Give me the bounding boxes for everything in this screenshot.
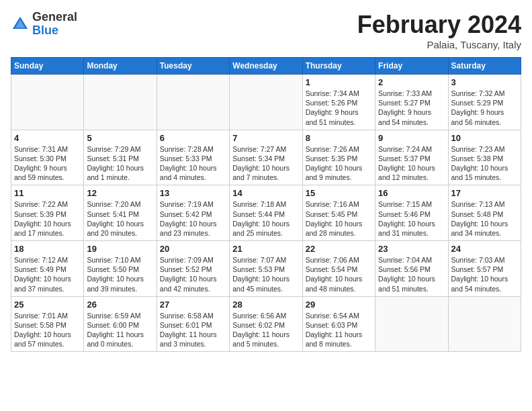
calendar-cell [230, 75, 302, 130]
day-info: Sunrise: 7:16 AM Sunset: 5:45 PM Dayligh… [306, 199, 372, 238]
calendar-cell: 12Sunrise: 7:20 AM Sunset: 5:41 PM Dayli… [84, 185, 157, 241]
day-info: Sunrise: 7:27 AM Sunset: 5:34 PM Dayligh… [232, 144, 299, 183]
day-number: 1 [306, 77, 372, 87]
calendar-cell: 9Sunrise: 7:24 AM Sunset: 5:37 PM Daylig… [375, 130, 448, 185]
header-cell-monday: Monday [84, 58, 157, 75]
location: Palaia, Tuscany, Italy [357, 39, 521, 50]
page-header: General Blue February 2024 Palaia, Tusca… [11, 11, 521, 50]
day-number: 7 [232, 133, 299, 143]
day-number: 11 [14, 188, 81, 198]
day-info: Sunrise: 7:18 AM Sunset: 5:44 PM Dayligh… [232, 199, 299, 238]
day-number: 18 [14, 244, 81, 254]
day-number: 6 [160, 133, 226, 143]
header-row: SundayMondayTuesdayWednesdayThursdayFrid… [11, 58, 521, 75]
day-number: 16 [378, 188, 445, 198]
day-info: Sunrise: 7:19 AM Sunset: 5:42 PM Dayligh… [160, 199, 226, 238]
calendar-cell: 15Sunrise: 7:16 AM Sunset: 5:45 PM Dayli… [302, 185, 375, 241]
calendar-body: 1Sunrise: 7:34 AM Sunset: 5:26 PM Daylig… [11, 75, 521, 352]
calendar-cell: 3Sunrise: 7:32 AM Sunset: 5:29 PM Daylig… [448, 75, 521, 130]
day-info: Sunrise: 7:34 AM Sunset: 5:26 PM Dayligh… [306, 89, 372, 127]
logo: General Blue [11, 11, 77, 38]
day-info: Sunrise: 7:24 AM Sunset: 5:37 PM Dayligh… [378, 144, 445, 183]
calendar-cell: 25Sunrise: 7:01 AM Sunset: 5:58 PM Dayli… [11, 296, 84, 352]
day-info: Sunrise: 7:12 AM Sunset: 5:49 PM Dayligh… [14, 255, 81, 293]
calendar-cell: 16Sunrise: 7:15 AM Sunset: 5:46 PM Dayli… [375, 185, 448, 241]
day-number: 14 [232, 188, 299, 198]
day-info: Sunrise: 7:28 AM Sunset: 5:33 PM Dayligh… [160, 144, 226, 183]
day-info: Sunrise: 7:06 AM Sunset: 5:54 PM Dayligh… [306, 255, 372, 293]
day-number: 28 [232, 300, 299, 310]
calendar-cell: 20Sunrise: 7:09 AM Sunset: 5:52 PM Dayli… [157, 241, 229, 297]
header-cell-thursday: Thursday [302, 58, 375, 75]
calendar-cell [375, 296, 448, 352]
day-info: Sunrise: 7:07 AM Sunset: 5:53 PM Dayligh… [232, 255, 299, 293]
day-info: Sunrise: 7:32 AM Sunset: 5:29 PM Dayligh… [451, 89, 518, 127]
calendar-cell: 17Sunrise: 7:13 AM Sunset: 5:48 PM Dayli… [448, 185, 521, 241]
header-cell-wednesday: Wednesday [230, 58, 302, 75]
header-cell-friday: Friday [375, 58, 448, 75]
day-number: 26 [87, 300, 153, 310]
calendar-cell: 2Sunrise: 7:33 AM Sunset: 5:27 PM Daylig… [375, 75, 448, 130]
calendar-row: 4Sunrise: 7:31 AM Sunset: 5:30 PM Daylig… [11, 130, 521, 185]
calendar-cell [448, 296, 521, 352]
day-info: Sunrise: 6:58 AM Sunset: 6:01 PM Dayligh… [160, 311, 226, 349]
calendar-row: 11Sunrise: 7:22 AM Sunset: 5:39 PM Dayli… [11, 185, 521, 241]
day-info: Sunrise: 7:04 AM Sunset: 5:56 PM Dayligh… [378, 255, 445, 293]
calendar-cell: 5Sunrise: 7:29 AM Sunset: 5:31 PM Daylig… [84, 130, 157, 185]
calendar-cell: 4Sunrise: 7:31 AM Sunset: 5:30 PM Daylig… [11, 130, 84, 185]
calendar-cell: 1Sunrise: 7:34 AM Sunset: 5:26 PM Daylig… [302, 75, 375, 130]
calendar-cell: 10Sunrise: 7:23 AM Sunset: 5:38 PM Dayli… [448, 130, 521, 185]
calendar-header: SundayMondayTuesdayWednesdayThursdayFrid… [11, 58, 521, 75]
day-number: 10 [451, 133, 518, 143]
day-number: 12 [87, 188, 153, 198]
calendar-cell: 6Sunrise: 7:28 AM Sunset: 5:33 PM Daylig… [157, 130, 229, 185]
calendar-cell: 29Sunrise: 6:54 AM Sunset: 6:03 PM Dayli… [302, 296, 375, 352]
day-number: 22 [306, 244, 372, 254]
calendar-row: 1Sunrise: 7:34 AM Sunset: 5:26 PM Daylig… [11, 75, 521, 130]
calendar-cell: 19Sunrise: 7:10 AM Sunset: 5:50 PM Dayli… [84, 241, 157, 297]
calendar-cell: 28Sunrise: 6:56 AM Sunset: 6:02 PM Dayli… [230, 296, 302, 352]
day-info: Sunrise: 6:54 AM Sunset: 6:03 PM Dayligh… [306, 311, 372, 349]
day-number: 13 [160, 188, 226, 198]
calendar-cell: 24Sunrise: 7:03 AM Sunset: 5:57 PM Dayli… [448, 241, 521, 297]
day-number: 24 [451, 244, 518, 254]
day-number: 17 [451, 188, 518, 198]
header-cell-saturday: Saturday [448, 58, 521, 75]
calendar-cell: 26Sunrise: 6:59 AM Sunset: 6:00 PM Dayli… [84, 296, 157, 352]
calendar-row: 18Sunrise: 7:12 AM Sunset: 5:49 PM Dayli… [11, 241, 521, 297]
calendar-cell: 22Sunrise: 7:06 AM Sunset: 5:54 PM Dayli… [302, 241, 375, 297]
day-info: Sunrise: 7:13 AM Sunset: 5:48 PM Dayligh… [451, 199, 518, 238]
day-info: Sunrise: 7:29 AM Sunset: 5:31 PM Dayligh… [87, 144, 153, 183]
header-cell-sunday: Sunday [11, 58, 84, 75]
calendar-cell: 14Sunrise: 7:18 AM Sunset: 5:44 PM Dayli… [230, 185, 302, 241]
calendar-cell: 11Sunrise: 7:22 AM Sunset: 5:39 PM Dayli… [11, 185, 84, 241]
day-number: 27 [160, 300, 226, 310]
title-block: February 2024 Palaia, Tuscany, Italy [357, 11, 521, 50]
calendar-cell: 21Sunrise: 7:07 AM Sunset: 5:53 PM Dayli… [230, 241, 302, 297]
day-info: Sunrise: 7:26 AM Sunset: 5:35 PM Dayligh… [306, 144, 372, 183]
day-number: 8 [306, 133, 372, 143]
day-number: 23 [378, 244, 445, 254]
day-number: 4 [14, 133, 81, 143]
day-info: Sunrise: 6:56 AM Sunset: 6:02 PM Dayligh… [232, 311, 299, 349]
day-number: 15 [306, 188, 372, 198]
day-number: 3 [451, 77, 518, 87]
day-info: Sunrise: 7:09 AM Sunset: 5:52 PM Dayligh… [160, 255, 226, 293]
calendar-cell: 7Sunrise: 7:27 AM Sunset: 5:34 PM Daylig… [230, 130, 302, 185]
day-info: Sunrise: 7:15 AM Sunset: 5:46 PM Dayligh… [378, 199, 445, 238]
day-number: 5 [87, 133, 153, 143]
calendar-cell: 13Sunrise: 7:19 AM Sunset: 5:42 PM Dayli… [157, 185, 229, 241]
day-info: Sunrise: 7:03 AM Sunset: 5:57 PM Dayligh… [451, 255, 518, 293]
day-info: Sunrise: 7:33 AM Sunset: 5:27 PM Dayligh… [378, 89, 445, 127]
day-info: Sunrise: 6:59 AM Sunset: 6:00 PM Dayligh… [87, 311, 153, 349]
day-number: 20 [160, 244, 226, 254]
month-title: February 2024 [357, 11, 521, 39]
calendar-cell: 8Sunrise: 7:26 AM Sunset: 5:35 PM Daylig… [302, 130, 375, 185]
day-info: Sunrise: 7:20 AM Sunset: 5:41 PM Dayligh… [87, 199, 153, 238]
day-info: Sunrise: 7:10 AM Sunset: 5:50 PM Dayligh… [87, 255, 153, 293]
logo-icon [11, 15, 30, 34]
day-number: 29 [306, 300, 372, 310]
calendar-cell: 27Sunrise: 6:58 AM Sunset: 6:01 PM Dayli… [157, 296, 229, 352]
logo-text: General Blue [32, 11, 77, 38]
day-number: 25 [14, 300, 81, 310]
